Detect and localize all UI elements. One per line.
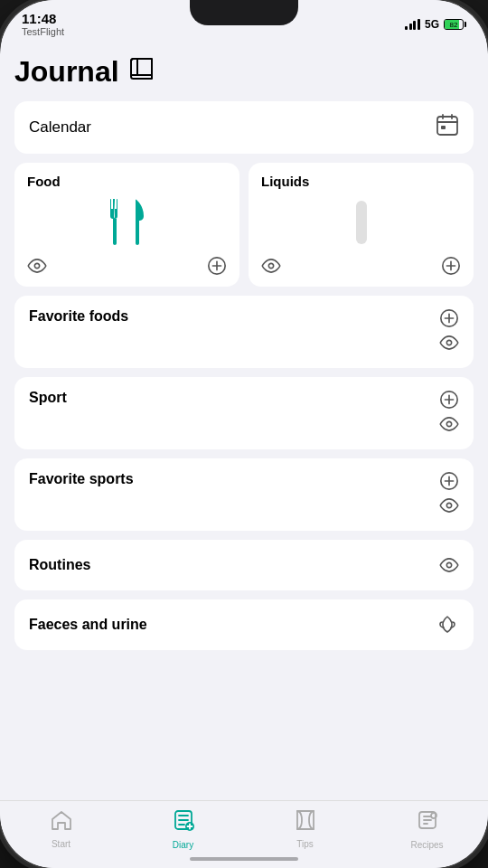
favorite-foods-add-button[interactable] <box>439 308 459 328</box>
page-header: Journal <box>14 41 474 101</box>
book-icon <box>128 57 155 87</box>
favorite-foods-view-button[interactable] <box>439 335 459 350</box>
sport-view-button[interactable] <box>439 417 459 431</box>
food-icon-area <box>27 189 227 256</box>
status-indicators: 5G 82 <box>405 18 466 31</box>
routines-card[interactable]: Routines <box>14 540 474 590</box>
carrier-label: TestFlight <box>22 26 64 37</box>
routines-title: Routines <box>29 557 90 573</box>
svg-point-22 <box>446 421 451 426</box>
fork-knife-icon <box>105 196 150 249</box>
svg-rect-6 <box>441 126 446 129</box>
nav-diary-label: Diary <box>173 840 193 850</box>
liquids-icon-area <box>261 189 461 256</box>
liquids-title: Liquids <box>261 174 461 189</box>
nav-tips-label: Tips <box>296 839 314 849</box>
liquids-view-button[interactable] <box>261 259 281 273</box>
food-title: Food <box>27 174 227 189</box>
battery-icon: 82 <box>444 19 466 30</box>
svg-rect-2 <box>437 117 457 135</box>
sport-add-button[interactable] <box>439 390 459 410</box>
svg-point-18 <box>446 340 451 344</box>
diary-icon <box>172 808 195 837</box>
liquids-card: Liquids <box>249 163 474 287</box>
tips-icon <box>294 809 317 836</box>
phone-frame: 11:48 TestFlight 5G 82 <box>0 0 488 868</box>
routines-view-button[interactable] <box>439 558 459 572</box>
food-card: Food <box>14 163 239 287</box>
food-view-button[interactable] <box>27 259 47 273</box>
liquids-add-button[interactable] <box>441 256 461 276</box>
recipes-icon <box>416 808 439 837</box>
nav-tips[interactable]: Tips <box>278 809 333 849</box>
food-liquids-row: Food <box>14 163 474 287</box>
calendar-card[interactable]: Calendar <box>14 101 474 154</box>
notch <box>190 0 298 25</box>
faeces-urine-title: Faeces and urine <box>29 617 147 633</box>
favorite-sports-view-button[interactable] <box>439 498 459 513</box>
favorite-sports-card: Favorite sports <box>14 458 474 531</box>
favorite-sports-title: Favorite sports <box>29 471 134 487</box>
faeces-urine-icon[interactable] <box>436 613 459 637</box>
nav-recipes[interactable]: Recipes <box>400 808 455 850</box>
page-title: Journal <box>14 55 119 89</box>
liquid-bar <box>356 201 367 244</box>
nav-start-label: Start <box>52 839 70 849</box>
food-card-actions <box>27 256 227 276</box>
food-add-button[interactable] <box>207 256 227 276</box>
home-indicator <box>190 857 298 861</box>
svg-point-36 <box>431 813 436 818</box>
calendar-icon[interactable] <box>436 114 459 141</box>
nav-diary[interactable]: Diary <box>156 808 211 850</box>
status-time: 11:48 <box>22 11 64 26</box>
phone-screen: 11:48 TestFlight 5G 82 <box>0 0 488 868</box>
nav-start[interactable]: Start <box>34 809 89 849</box>
sport-title: Sport <box>29 390 67 406</box>
svg-point-11 <box>268 263 273 268</box>
svg-point-26 <box>446 503 451 507</box>
svg-point-27 <box>446 562 451 567</box>
faeces-urine-card[interactable]: Faeces and urine <box>14 599 474 650</box>
svg-point-7 <box>34 263 39 268</box>
favorite-sports-add-button[interactable] <box>439 471 459 491</box>
signal-icon <box>405 19 420 30</box>
liquids-card-actions <box>261 256 461 276</box>
sport-card: Sport <box>14 377 474 449</box>
favorite-foods-card: Favorite foods <box>14 296 474 368</box>
favorite-foods-title: Favorite foods <box>29 308 128 325</box>
calendar-label: Calendar <box>29 118 91 137</box>
nav-recipes-label: Recipes <box>410 840 443 850</box>
main-content: Journal Calendar <box>0 41 488 800</box>
home-icon <box>50 809 73 836</box>
network-label: 5G <box>425 18 439 31</box>
